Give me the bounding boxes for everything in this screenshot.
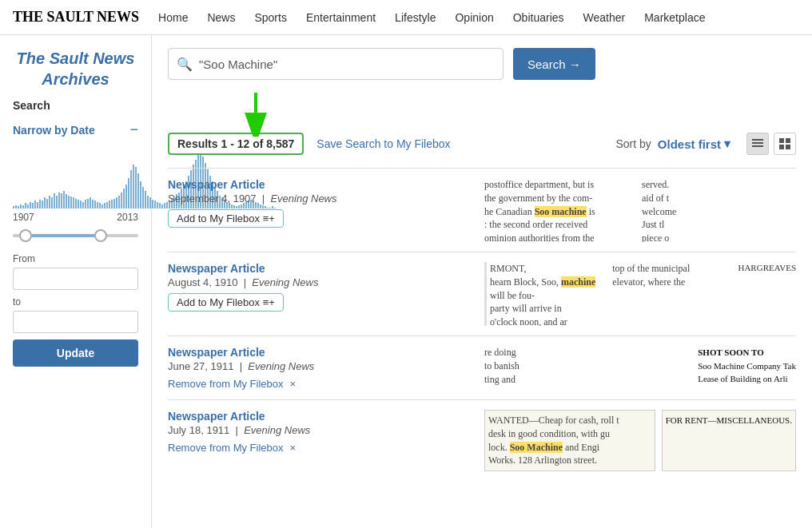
from-label: From <box>13 253 138 264</box>
result-snippet-3: re doingto banishting and SHOT SOON TOSo… <box>484 346 796 390</box>
snippet-text-right-4: FOR RENT—MISCELLANEOUS. <box>662 410 796 471</box>
result-type-1: Newspaper Article <box>168 178 475 191</box>
histogram-bar <box>145 191 146 208</box>
nav-sports[interactable]: Sports <box>254 11 286 24</box>
year-range: 1907 2013 <box>13 212 138 223</box>
histogram-bar <box>113 199 115 208</box>
histogram-bar <box>44 197 46 208</box>
snippet-text-right-3: SHOT SOON TOSoo Machine Company TakLease… <box>698 346 796 390</box>
table-row: Newspaper Article September 4, 1907 | Ev… <box>168 168 796 252</box>
search-input[interactable] <box>199 58 495 71</box>
from-input[interactable] <box>13 268 138 290</box>
to-input[interactable] <box>13 311 138 333</box>
nav-home[interactable]: Home <box>158 11 188 24</box>
result-snippet-4: WANTED—Cheap for cash, roll tdesk in goo… <box>484 410 796 471</box>
histogram-bar <box>13 206 14 208</box>
nav-weather[interactable]: Weather <box>583 11 626 24</box>
table-row: Newspaper Article June 27, 1911 | Evenin… <box>168 335 796 399</box>
histogram-bar <box>68 196 70 208</box>
histogram-bar <box>104 203 105 208</box>
result-meta-2: August 4, 1910 | Evening News <box>168 276 475 288</box>
histogram-bar <box>34 200 36 208</box>
histogram-bar <box>94 200 96 208</box>
result-meta-4: July 18, 1911 | Evening News <box>168 424 475 436</box>
remove-filebox-link-3[interactable]: × <box>289 378 296 390</box>
search-label: Search <box>13 99 138 112</box>
nav-links: Home News Sports Entertainment Lifestyle… <box>158 11 705 24</box>
histogram-bar <box>118 196 120 208</box>
histogram-bar <box>15 205 17 208</box>
histogram-bar <box>125 185 127 208</box>
slider-thumb-left[interactable] <box>19 229 32 242</box>
histogram-bar <box>37 202 38 208</box>
result-info-2: Newspaper Article August 4, 1910 | Eveni… <box>168 262 475 326</box>
histogram-bar <box>87 199 89 208</box>
svg-rect-7 <box>779 145 784 149</box>
nav-entertainment[interactable]: Entertainment <box>306 11 376 24</box>
search-input-wrapper: 🔍 <box>168 48 504 80</box>
search-button[interactable]: Search → <box>513 48 595 80</box>
result-snippet-2: RMONT,hearn Block, Soo, machine will be … <box>484 262 796 326</box>
snippet-text-left-1: postoffice department, but isthe governm… <box>484 178 639 242</box>
histogram-bar <box>49 196 50 208</box>
histogram-bar <box>75 199 77 208</box>
histogram-bar <box>80 200 82 208</box>
result-info-3: Newspaper Article June 27, 1911 | Evenin… <box>168 346 475 390</box>
result-meta-3: June 27, 1911 | Evening News <box>168 360 475 372</box>
result-meta-1: September 4, 1907 | Evening News <box>168 193 475 204</box>
update-button[interactable]: Update <box>13 339 138 367</box>
result-snippet-1: postoffice department, but isthe governm… <box>484 178 796 242</box>
narrow-date-toggle[interactable]: − <box>129 121 138 138</box>
nav-opinion[interactable]: Opinion <box>455 11 493 24</box>
result-info-4: Newspaper Article July 18, 1911 | Evenin… <box>168 410 475 471</box>
archives-title: The Sault NewsArchives <box>17 50 135 88</box>
nav-news[interactable]: News <box>207 11 235 24</box>
result-type-3: Newspaper Article <box>168 346 475 359</box>
remove-filebox-label-4: Remove from My Filebox <box>168 442 283 454</box>
slider-fill <box>26 234 101 237</box>
histogram-bar <box>137 173 139 208</box>
histogram-bar <box>56 196 58 208</box>
range-slider <box>13 228 138 244</box>
nav-marketplace[interactable]: Marketplace <box>644 11 705 24</box>
slider-thumb-right[interactable] <box>94 229 107 242</box>
histogram-bar <box>51 197 53 208</box>
remove-filebox-link-4[interactable]: × <box>289 442 296 454</box>
table-row: Newspaper Article July 18, 1911 | Evenin… <box>168 399 796 481</box>
histogram-bar <box>73 197 74 208</box>
svg-rect-4 <box>752 145 763 147</box>
remove-filebox-label-3: Remove from My Filebox <box>168 378 283 390</box>
snippet-footer-2: HARGREAVES <box>738 262 796 326</box>
histogram-bar <box>78 200 79 208</box>
histogram-bar <box>140 181 141 208</box>
narrow-date-header: Narrow by Date − <box>13 121 138 138</box>
table-row: Newspaper Article August 4, 1910 | Eveni… <box>168 252 796 335</box>
nav-lifestyle[interactable]: Lifestyle <box>395 11 436 24</box>
snippet-text-left-2: RMONT,hearn Block, Soo, machine will be … <box>484 262 609 326</box>
histogram-bar <box>92 200 94 208</box>
histogram-bar <box>123 189 125 208</box>
histogram-bar <box>85 200 86 208</box>
histogram-bar <box>121 193 122 208</box>
histogram-bar <box>61 193 62 208</box>
search-bar-row: 🔍 Search → <box>168 48 796 80</box>
histogram-bar <box>18 206 19 208</box>
site-logo: THE SAULT NEWS <box>13 9 139 26</box>
result-type-4: Newspaper Article <box>168 410 475 423</box>
histogram-bar <box>128 178 129 208</box>
histogram-bar <box>111 200 113 208</box>
histogram-bar <box>135 167 137 208</box>
add-filebox-button-1[interactable]: Add to My Filebox ≡+ <box>168 209 284 228</box>
add-filebox-button-2[interactable]: Add to My Filebox ≡+ <box>168 293 284 312</box>
content-area: 🔍 Search → Results 1 - 12 of 8,587 Save … <box>152 35 812 528</box>
sidebar: The Sault NewsArchives Search Narrow by … <box>0 35 152 528</box>
histogram-bar <box>142 187 144 208</box>
nav-obituaries[interactable]: Obituaries <box>513 11 564 24</box>
snippet-text-4: WANTED—Cheap for cash, roll tdesk in goo… <box>484 410 655 471</box>
histogram <box>13 145 138 208</box>
histogram-bar <box>63 191 65 208</box>
histogram-bar <box>32 203 34 208</box>
histogram-bar <box>106 202 108 208</box>
svg-rect-3 <box>752 142 763 144</box>
result-type-2: Newspaper Article <box>168 262 475 275</box>
